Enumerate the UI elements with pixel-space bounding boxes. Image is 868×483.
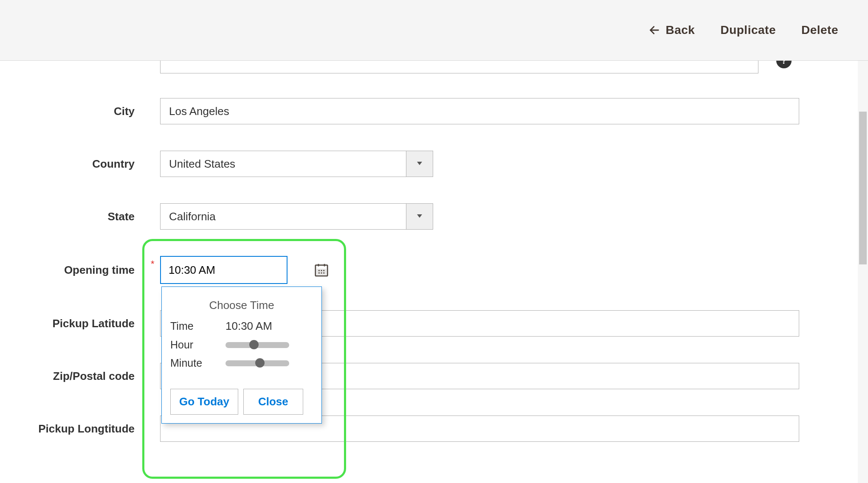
state-select[interactable]: California xyxy=(160,203,433,230)
close-button[interactable]: Close xyxy=(243,389,303,415)
opening-time-label: Opening time xyxy=(0,264,160,277)
svg-point-10 xyxy=(318,272,320,274)
opening-time-field xyxy=(160,256,287,284)
chevron-down-icon xyxy=(416,160,423,168)
hour-slider[interactable] xyxy=(225,342,289,348)
opening-time-row: Opening time * xyxy=(0,256,868,284)
pickup-longtitude-label: Pickup Longtitude xyxy=(0,422,160,435)
pickup-longtitude-row: Pickup Longtitude xyxy=(0,416,868,442)
back-label: Back xyxy=(665,23,695,37)
city-label: City xyxy=(0,105,160,118)
time-picker-time-value: 10:30 AM xyxy=(225,320,272,333)
opening-time-input[interactable] xyxy=(161,257,314,283)
info-icon[interactable]: ? xyxy=(776,61,792,68)
svg-point-9 xyxy=(323,270,324,271)
page-action-bar: Back Duplicate Delete xyxy=(0,0,868,61)
time-picker-hour-label: Hour xyxy=(170,339,225,351)
zip-row: Zip/Postal code xyxy=(0,363,868,389)
hour-slider-thumb[interactable] xyxy=(249,340,259,349)
vertical-scrollbar[interactable] xyxy=(858,61,868,483)
svg-marker-1 xyxy=(417,162,422,165)
chevron-down-icon xyxy=(416,213,423,220)
zip-label: Zip/Postal code xyxy=(0,370,160,383)
country-row: Country United States xyxy=(0,151,868,177)
minute-slider-thumb[interactable] xyxy=(255,358,265,368)
delete-label: Delete xyxy=(801,23,838,37)
state-dropdown-button[interactable] xyxy=(406,203,433,230)
pickup-latitude-label: Pickup Latitude xyxy=(0,317,160,330)
go-today-button[interactable]: Go Today xyxy=(170,389,238,415)
state-label: State xyxy=(0,210,160,223)
country-label: Country xyxy=(0,157,160,171)
back-button[interactable]: Back xyxy=(648,23,695,37)
country-dropdown-button[interactable] xyxy=(406,151,433,177)
svg-point-12 xyxy=(323,272,324,274)
arrow-left-icon xyxy=(648,24,660,36)
vertical-scrollbar-thumb[interactable] xyxy=(859,112,867,264)
address-input-partial[interactable] xyxy=(160,61,758,73)
city-row: City xyxy=(0,98,868,124)
duplicate-label: Duplicate xyxy=(720,23,776,37)
svg-point-7 xyxy=(318,270,320,271)
svg-point-11 xyxy=(321,272,322,274)
required-star: * xyxy=(151,258,155,270)
city-input[interactable] xyxy=(160,98,799,124)
partial-top-row: ? xyxy=(0,61,868,73)
country-select-value: United States xyxy=(160,151,406,177)
form-area: ? City Country United States State Calif… xyxy=(0,61,868,442)
country-select[interactable]: United States xyxy=(160,151,433,177)
svg-point-8 xyxy=(321,270,322,271)
time-picker-popup: Choose Time Time 10:30 AM Hour Minute Go… xyxy=(161,286,322,424)
time-picker-title: Choose Time xyxy=(170,299,313,312)
delete-button[interactable]: Delete xyxy=(801,23,838,37)
minute-slider[interactable] xyxy=(225,360,289,366)
state-select-value: California xyxy=(160,203,406,230)
svg-rect-4 xyxy=(317,269,327,275)
state-row: State California xyxy=(0,203,868,230)
pickup-latitude-row: Pickup Latitude xyxy=(0,310,868,337)
svg-marker-2 xyxy=(417,214,422,218)
time-picker-minute-label: Minute xyxy=(170,357,225,369)
calendar-icon[interactable] xyxy=(314,263,329,277)
duplicate-button[interactable]: Duplicate xyxy=(720,23,776,37)
time-picker-time-label: Time xyxy=(170,320,225,332)
